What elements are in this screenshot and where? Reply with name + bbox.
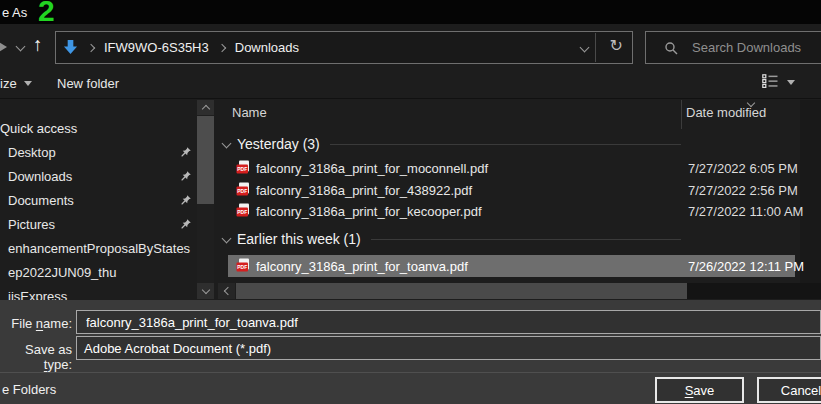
file-row[interactable]: PDF falconry_3186a_print_for_438922.pdf … xyxy=(218,180,821,201)
sidebar-item-ep2022jun09-thu[interactable]: ep2022JUN09_thu xyxy=(8,260,197,284)
group-header-earlier-this-week[interactable]: Earlier this week (1) xyxy=(218,229,681,248)
breadcrumb-current[interactable]: Downloads xyxy=(235,40,299,55)
pdf-file-icon: PDF xyxy=(236,182,250,199)
file-name: falconry_3186a_print_for_kecooper.pdf xyxy=(256,204,482,219)
pdf-file-icon: PDF xyxy=(236,160,250,177)
group-divider-line xyxy=(330,144,681,145)
svg-text:PDF: PDF xyxy=(237,209,247,215)
annotation-number: 2 xyxy=(38,0,55,28)
column-header-name[interactable]: Name xyxy=(232,105,267,120)
file-row[interactable]: PDF falconry_3186a_print_for_kecooper.pd… xyxy=(218,201,821,222)
pin-icon xyxy=(180,194,192,209)
pin-icon xyxy=(180,218,192,233)
group-divider-line xyxy=(371,239,681,240)
sidebar-item-label: Desktop xyxy=(8,145,56,160)
sidebar-item-quick-access[interactable]: Quick access xyxy=(0,116,189,140)
window-title: e As xyxy=(2,5,27,20)
file-date-modified: 7/26/2022 12:11 PM xyxy=(688,259,804,274)
sidebar-item-desktop[interactable]: Desktop xyxy=(8,140,197,164)
pdf-file-icon: PDF xyxy=(236,203,250,220)
collapse-chevron-icon[interactable] xyxy=(222,139,232,149)
file-row[interactable]: PDF falconry_3186a_print_for_moconnell.p… xyxy=(218,158,821,179)
file-date-modified: 7/27/2022 11:00 AM xyxy=(688,204,803,219)
sidebar-item-documents[interactable]: Documents xyxy=(8,188,197,212)
sidebar-item-enhancementproposalbystates[interactable]: enhancementProposalByStates xyxy=(8,236,197,260)
save-as-type-label: Save as type: xyxy=(0,342,72,372)
view-options-chevron-icon[interactable] xyxy=(787,80,795,85)
search-box[interactable] xyxy=(645,31,821,64)
sidebar-scrollbar-thumb[interactable] xyxy=(197,116,214,204)
sidebar-item-label: Documents xyxy=(8,193,74,208)
toolbar-divider xyxy=(0,98,821,99)
sidebar-item-label: enhancementProposalByStates xyxy=(8,241,190,256)
hscroll-thumb[interactable] xyxy=(236,283,687,299)
save-as-type-select[interactable]: Adobe Acrobat Document (*.pdf) xyxy=(76,336,821,360)
pin-icon xyxy=(180,146,192,161)
dialog-footer: File name: Save as type: Adobe Acrobat D… xyxy=(0,300,821,404)
column-divider[interactable] xyxy=(681,100,682,129)
downloads-folder-icon xyxy=(63,39,78,56)
svg-text:PDF: PDF xyxy=(237,188,247,194)
forward-arrow-icon[interactable] xyxy=(0,41,7,53)
organize-dropdown-icon xyxy=(24,81,32,86)
filelist-vertical-scrollbar[interactable] xyxy=(800,100,821,283)
file-name-input[interactable] xyxy=(84,314,820,331)
group-label: Yesterday (3) xyxy=(237,136,320,152)
hide-folders-button[interactable]: e Folders xyxy=(2,382,56,397)
breadcrumb: IFW9WO-6S35H3 Downloads xyxy=(56,39,299,56)
recent-locations-chevron-icon[interactable] xyxy=(16,42,26,52)
breadcrumb-chevron-icon[interactable] xyxy=(87,43,95,51)
address-dropdown-chevron-icon[interactable] xyxy=(580,43,590,53)
file-name: falconry_3186a_print_for_moconnell.pdf xyxy=(256,161,488,176)
organize-label: ize xyxy=(0,76,17,91)
cancel-button[interactable]: Cancel xyxy=(757,377,821,403)
file-name: falconry_3186a_print_for_438922.pdf xyxy=(256,183,472,198)
footer-divider xyxy=(0,372,821,373)
search-icon xyxy=(664,41,678,55)
title-bar: e As xyxy=(0,0,821,24)
svg-text:PDF: PDF xyxy=(237,166,247,172)
up-one-level-icon[interactable]: ↑ xyxy=(33,34,43,56)
sidebar-item-label: Pictures xyxy=(8,217,55,232)
pin-icon xyxy=(180,170,192,185)
file-row-selected[interactable]: PDF falconry_3186a_print_for_toanva.pdf … xyxy=(218,255,821,277)
search-input[interactable] xyxy=(690,39,814,56)
pdf-file-icon: PDF xyxy=(236,258,250,275)
breadcrumb-chevron-icon[interactable] xyxy=(218,43,226,51)
file-date-modified: 7/27/2022 6:05 PM xyxy=(688,161,798,176)
file-date-modified: 7/27/2022 2:56 PM xyxy=(688,183,798,198)
sidebar-item-label: Downloads xyxy=(8,169,72,184)
hscroll-track[interactable] xyxy=(687,283,821,299)
file-name-field-wrap xyxy=(76,310,821,334)
file-name: falconry_3186a_print_for_toanva.pdf xyxy=(256,259,468,274)
save-button[interactable]: Save xyxy=(655,377,744,403)
hscroll-left-icon[interactable] xyxy=(218,283,235,299)
address-bar[interactable]: IFW9WO-6S35H3 Downloads ↻ xyxy=(55,31,633,64)
group-header-yesterday[interactable]: Yesterday (3) xyxy=(218,134,681,153)
address-divider xyxy=(595,33,596,62)
refresh-icon[interactable]: ↻ xyxy=(610,36,623,55)
sidebar-item-downloads[interactable]: Downloads xyxy=(8,164,197,188)
svg-text:PDF: PDF xyxy=(237,264,247,270)
collapse-chevron-icon[interactable] xyxy=(222,234,232,244)
save-as-dialog: e As 2 ↑ IFW9WO-6S35H3 Downloads ↻ ize N… xyxy=(0,0,821,404)
save-as-type-value: Adobe Acrobat Document (*.pdf) xyxy=(84,341,271,356)
sidebar-item-label: Quick access xyxy=(0,121,77,136)
details-view-icon[interactable] xyxy=(762,74,781,91)
breadcrumb-root[interactable]: IFW9WO-6S35H3 xyxy=(104,40,209,55)
sidebar-item-pictures[interactable]: Pictures xyxy=(8,212,197,236)
file-name-label: File name: xyxy=(0,316,72,331)
group-label: Earlier this week (1) xyxy=(237,231,361,247)
sidebar-scroll-down-icon[interactable] xyxy=(197,283,214,299)
sidebar-item-label: ep2022JUN09_thu xyxy=(8,265,116,280)
sidebar-scroll-up-icon[interactable] xyxy=(197,100,214,115)
new-folder-button[interactable]: New folder xyxy=(57,76,119,91)
column-header-date-modified[interactable]: Date modified xyxy=(686,105,766,120)
organize-button[interactable]: ize xyxy=(0,76,32,91)
